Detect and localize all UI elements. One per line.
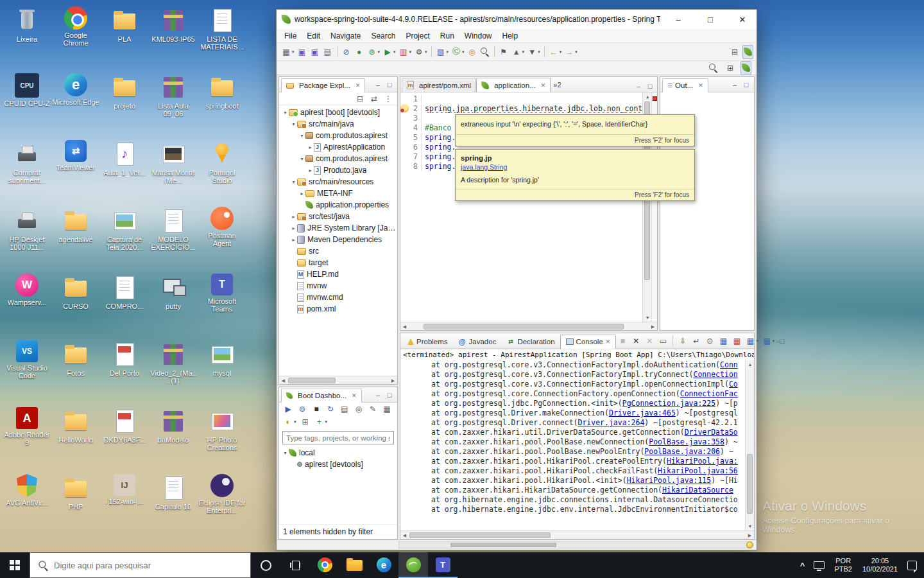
package-explorer-hscrollbar[interactable]: ◀ ▶ xyxy=(279,376,397,384)
open-console-icon[interactable]: ▦ ▾ xyxy=(760,334,776,348)
editor-line-1[interactable]: 1 xyxy=(400,94,642,103)
close-icon[interactable]: ✕ xyxy=(606,338,611,345)
language-indicator[interactable]: POR PTB2 xyxy=(829,557,857,574)
spring-perspective-icon[interactable] xyxy=(740,61,751,75)
tree-item-src[interactable]: src xyxy=(279,245,397,257)
menu-help[interactable]: Help xyxy=(497,30,524,42)
tree-arrow-icon[interactable]: ▸ xyxy=(290,237,297,243)
desktop-icon-modelo-exerc-cio[interactable]: MODELO EXERCÍCIO... xyxy=(149,204,198,271)
java-perspective-icon[interactable] xyxy=(742,45,753,59)
columns-icon[interactable]: ▦ xyxy=(381,402,393,416)
tree-item-maven-dependencies[interactable]: ▸ Maven Dependencies xyxy=(279,234,397,245)
stack-trace-link[interactable]: Conn xyxy=(720,360,738,369)
menu-edit[interactable]: Edit xyxy=(302,30,325,42)
quick-search-icon[interactable] xyxy=(707,61,720,75)
search-input[interactable] xyxy=(54,561,250,570)
window-close-button[interactable]: ✕ xyxy=(728,10,757,29)
taskbar-app-edge[interactable]: e xyxy=(369,552,398,578)
stack-trace-link[interactable]: Driver.java:465 xyxy=(609,408,676,417)
scroll-down-icon[interactable]: ▼ xyxy=(746,522,755,530)
desktop-icon-dkdy6a3f[interactable]: PDF DKDY6A3F... xyxy=(100,405,149,471)
stack-trace-link[interactable]: HikariPool.java:56 xyxy=(658,466,738,475)
desktop-icon-pla[interactable]: PLA xyxy=(100,4,149,71)
desktop-icon-lista-aula-09-06[interactable]: Lista Aula 09_06 xyxy=(149,71,198,137)
new-wizard-icon[interactable]: ▦ ▾ xyxy=(280,45,296,59)
scroll-left-icon[interactable]: ◀ xyxy=(279,376,287,385)
desktop-icon-brimodelo[interactable]: briModelo xyxy=(149,405,198,471)
desktop-icon-portugol-studio[interactable]: Portugol Studio xyxy=(198,137,246,204)
desktop-icon-avg-antivir[interactable]: AVG AntiVir... xyxy=(3,471,51,538)
desktop-icon-php[interactable]: PHP xyxy=(51,471,100,538)
minimize-view-icon[interactable]: – xyxy=(633,80,644,92)
back-icon[interactable]: ← ▾ xyxy=(547,45,563,59)
run-icon[interactable]: ▶ ▾ xyxy=(381,45,397,59)
print-icon[interactable]: ▤ xyxy=(321,45,334,59)
remove-all-launches-icon[interactable]: ✕ xyxy=(643,334,656,348)
clear-console-icon[interactable]: ▭ xyxy=(656,334,669,348)
start-debug-icon[interactable]: ⊚ xyxy=(296,402,309,416)
scroll-lock-icon[interactable]: ⇩ xyxy=(676,334,689,348)
desktop-icon-springboot[interactable]: springboot xyxy=(198,71,246,137)
terminate-icon[interactable]: ■ xyxy=(616,334,629,348)
desktop-icon-cap-tulo-10[interactable]: Capítulo 10 xyxy=(149,471,198,538)
desktop-icon-hp-deskjet-1000-j11[interactable]: HP Deskjet 1000 J11... xyxy=(3,204,51,271)
task-view-button[interactable] xyxy=(280,552,310,578)
desktop-icon-microsoft-teams[interactable]: T Microsoft Teams xyxy=(198,271,246,338)
boot-filter-input[interactable] xyxy=(282,431,394,444)
menu-run[interactable]: Run xyxy=(435,30,459,42)
desktop-icon-helloworld[interactable]: HelloWorld xyxy=(51,405,100,471)
console-hscrollbar[interactable]: ◀ ▶ xyxy=(400,530,754,539)
maximize-view-icon[interactable]: □ xyxy=(644,80,656,92)
tree-item-apirestapplication[interactable]: ▸ J ApirestApplication xyxy=(279,141,397,153)
tree-item-jre-system-library-java[interactable]: ▸ JRE System Library [Java... xyxy=(279,222,397,234)
view-tab-problems[interactable]: Problems xyxy=(402,335,453,349)
menu-window[interactable]: Window xyxy=(459,30,497,42)
close-icon[interactable]: ✕ xyxy=(355,82,361,89)
desktop-icon-adobe-reader-9[interactable]: A Adobe Reader 9 xyxy=(3,405,51,471)
scroll-up-icon[interactable]: ▲ xyxy=(643,92,652,101)
scroll-right-icon[interactable]: ▶ xyxy=(389,376,397,385)
outline-tab[interactable]: ☰ Out... ✕ xyxy=(662,78,708,92)
status-scrollbar[interactable] xyxy=(398,541,748,548)
stack-trace-link[interactable]: PoolBase.java:358 xyxy=(649,437,724,446)
maximize-view-icon[interactable]: □ xyxy=(780,335,785,347)
skip-breakpoints-icon[interactable]: ⊘ xyxy=(340,45,353,59)
desktop-icon-ij152-win-j[interactable]: IJ ij152-win-j... xyxy=(100,471,149,538)
desktop-icon-projeto[interactable]: projeto xyxy=(100,71,149,137)
scroll-up-icon[interactable]: ▲ xyxy=(746,360,755,369)
collapse-all-icon[interactable]: ⊟ xyxy=(354,92,366,106)
clock[interactable]: 20:05 10/02/2021 xyxy=(857,557,903,574)
forward-icon[interactable]: → ▾ xyxy=(563,45,579,59)
save-icon[interactable]: ▣ xyxy=(296,45,309,59)
display-tray-button[interactable] xyxy=(809,552,829,578)
window-minimize-button[interactable]: – xyxy=(664,10,692,29)
open-type-icon[interactable]: ◎ xyxy=(466,45,479,59)
new-class-icon[interactable]: Ⓒ ▾ xyxy=(450,45,466,59)
desktop-icon-wampserv[interactable]: W Wampserv... xyxy=(3,271,51,338)
tree-item-pom-xml[interactable]: m pom.xml xyxy=(279,303,397,315)
tree-item-apirest-devtools[interactable]: apirest [devtools] xyxy=(279,459,397,470)
tree-item-help-md[interactable]: M HELP.md xyxy=(279,268,397,280)
tree-item-meta-inf[interactable]: ▸ META-INF xyxy=(279,188,397,199)
error-marker-icon[interactable] xyxy=(653,96,657,101)
stack-trace-link[interactable]: Driver.java:264 xyxy=(578,418,644,427)
view-tab-javadoc[interactable]: @ Javadoc xyxy=(453,335,502,349)
stack-trace-link[interactable]: PoolBase.java:206 xyxy=(644,447,720,456)
desktop-icon-agendalive[interactable]: agendalive xyxy=(51,204,100,271)
tree-item-src-main-resources[interactable]: ▾ src/main/resources xyxy=(279,176,397,188)
maximize-view-icon[interactable]: □ xyxy=(740,79,752,91)
cortana-button[interactable] xyxy=(251,552,280,578)
show-on-stderr-icon[interactable]: ▦ xyxy=(730,334,743,348)
stack-trace-link[interactable]: DriverDataSo xyxy=(685,428,738,437)
desktop-icon-del-porto[interactable]: PDF Del Porto xyxy=(100,338,149,405)
doc-tooltip-type-link[interactable]: java.lang.String xyxy=(461,163,507,171)
desktop-icon-marisa-monte-me[interactable]: Marisa Monte (Me... xyxy=(149,137,198,204)
editor-tab-apirest-pom-xml[interactable]: m apirest/pom.xml xyxy=(402,78,476,92)
tree-item-mvnw[interactable]: mvnw xyxy=(279,280,397,292)
coverage-icon[interactable]: ▥ ▾ xyxy=(397,45,413,59)
desktop-icon-mysql[interactable]: mysql xyxy=(198,338,246,405)
tree-item-src-test-java[interactable]: ▸ src/test/java xyxy=(279,211,397,222)
desktop-icon-aula-1-ver[interactable]: ♪ Aula_1_Ver... xyxy=(100,137,149,204)
console-output[interactable]: at org.postgresql.core.v3.ConnectionFact… xyxy=(400,360,745,530)
tree-item-local[interactable]: ▾ local xyxy=(279,447,397,459)
